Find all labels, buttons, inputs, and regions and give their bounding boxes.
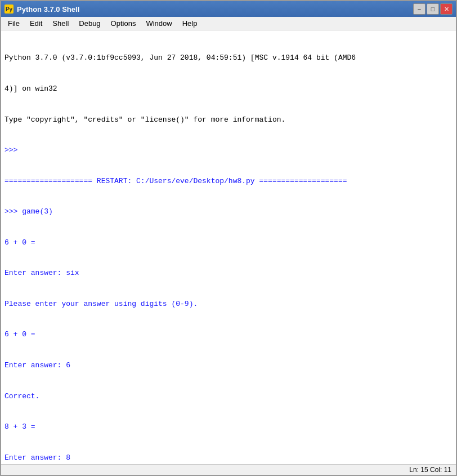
menu-options[interactable]: Options [106, 18, 141, 29]
intro-line2: 4)] on win32 [5, 84, 452, 94]
shell-line-6: Enter answer: 6 [5, 361, 452, 371]
app-icon: Py [5, 5, 14, 14]
close-button[interactable]: ✕ [440, 3, 452, 15]
shell-output[interactable]: Python 3.7.0 (v3.7.0:1bf9cc5093, Jun 27 … [1, 30, 456, 464]
restart-line: ==================== RESTART: C:/Users/e… [5, 176, 452, 186]
shell-line-9: Enter answer: 8 [5, 453, 452, 463]
minimize-button[interactable]: − [413, 3, 425, 15]
menu-edit[interactable]: Edit [25, 18, 47, 29]
shell-area: Python 3.7.0 (v3.7.0:1bf9cc5093, Jun 27 … [1, 30, 456, 464]
shell-line-4: Please enter your answer using digits (0… [5, 299, 452, 309]
menu-debug[interactable]: Debug [74, 18, 105, 29]
menu-shell[interactable]: Shell [48, 18, 73, 29]
title-bar-left: Py Python 3.7.0 Shell [5, 5, 79, 14]
prompt-initial: >>> [5, 145, 452, 155]
menu-file[interactable]: File [3, 18, 24, 29]
maximize-button[interactable]: □ [427, 3, 439, 15]
title-buttons: − □ ✕ [413, 3, 452, 15]
window-title: Python 3.7.0 Shell [17, 5, 79, 14]
menu-help[interactable]: Help [178, 18, 202, 29]
shell-line-2: 6 + 0 = [5, 238, 452, 248]
shell-line-7: Correct. [5, 392, 452, 402]
shell-line-3: Enter answer: six [5, 268, 452, 278]
shell-line-1: >>> game(3) [5, 207, 452, 217]
title-bar: Py Python 3.7.0 Shell − □ ✕ [1, 1, 456, 17]
menu-bar: File Edit Shell Debug Options Window Hel… [1, 17, 456, 30]
shell-line-8: 8 + 3 = [5, 422, 452, 432]
intro-line3: Type "copyright", "credits" or "license(… [5, 115, 452, 125]
menu-window[interactable]: Window [141, 18, 176, 29]
status-bar: Ln: 15 Col: 11 [1, 464, 456, 475]
main-window: Py Python 3.7.0 Shell − □ ✕ File Edit Sh… [0, 0, 457, 476]
intro-line1: Python 3.7.0 (v3.7.0:1bf9cc5093, Jun 27 … [5, 53, 452, 63]
shell-line-5: 6 + 0 = [5, 330, 452, 340]
status-text: Ln: 15 Col: 11 [409, 466, 451, 474]
